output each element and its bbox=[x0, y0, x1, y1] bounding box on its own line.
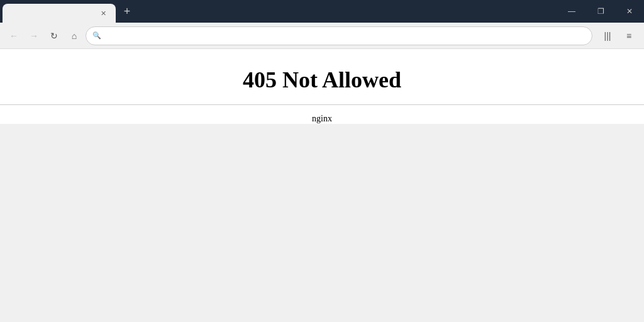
forward-button[interactable]: → bbox=[25, 27, 43, 45]
minimize-button[interactable]: — bbox=[557, 0, 586, 23]
reload-button[interactable]: ↻ bbox=[45, 27, 63, 45]
address-bar-container[interactable]: 🔍 bbox=[86, 26, 592, 45]
error-heading: 405 Not Allowed bbox=[243, 67, 401, 93]
menu-button[interactable]: ≡ bbox=[619, 26, 639, 46]
new-tab-button[interactable]: + bbox=[118, 3, 136, 20]
search-icon: 🔍 bbox=[92, 31, 101, 40]
tab-close-button[interactable]: ✕ bbox=[98, 8, 108, 18]
window-controls: — ❐ ✕ bbox=[557, 0, 644, 23]
tab-bar: ✕ + — ❐ ✕ bbox=[0, 0, 644, 23]
nav-bar: ← → ↻ ⌂ 🔍 ||| ≡ bbox=[0, 23, 644, 49]
page-background bbox=[0, 124, 644, 322]
active-tab[interactable]: ✕ bbox=[3, 4, 116, 23]
library-button[interactable]: ||| bbox=[597, 26, 618, 46]
close-button[interactable]: ✕ bbox=[615, 0, 644, 23]
server-label: nginx bbox=[312, 114, 332, 124]
divider bbox=[0, 104, 644, 105]
home-button[interactable]: ⌂ bbox=[65, 27, 83, 45]
address-input[interactable] bbox=[105, 31, 586, 40]
back-button[interactable]: ← bbox=[5, 27, 23, 45]
restore-button[interactable]: ❐ bbox=[586, 0, 615, 23]
browser-window: ✕ + — ❐ ✕ ← → ↻ ⌂ 🔍 ||| ≡ 405 Not Allowe… bbox=[0, 0, 644, 322]
toolbar-right: ||| ≡ bbox=[597, 26, 639, 46]
page-content: 405 Not Allowed nginx bbox=[0, 49, 644, 322]
